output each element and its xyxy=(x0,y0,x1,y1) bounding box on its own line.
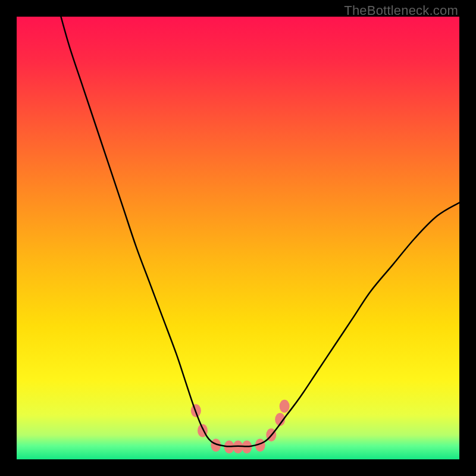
trough-marker xyxy=(233,440,243,453)
plot-area xyxy=(17,17,459,459)
gradient-background xyxy=(17,17,459,459)
chart-frame: TheBottleneck.com xyxy=(0,0,476,476)
chart-svg xyxy=(17,17,459,459)
trough-marker xyxy=(280,400,290,413)
